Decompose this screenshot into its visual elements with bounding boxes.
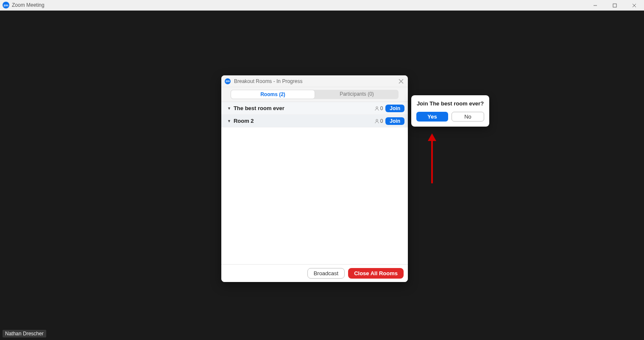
broadcast-button[interactable]: Broadcast: [307, 268, 345, 279]
tab-participants[interactable]: Participants (0): [315, 90, 399, 99]
minimize-button[interactable]: [585, 0, 605, 11]
no-button[interactable]: No: [452, 112, 484, 122]
room-count: 0: [380, 105, 383, 111]
window-titlebar: zm Zoom Meeting: [0, 0, 644, 11]
window-title: Zoom Meeting: [12, 2, 45, 8]
room-row[interactable]: ▼ Room 2 0 Join: [221, 115, 408, 127]
chevron-down-icon[interactable]: ▼: [227, 119, 231, 123]
person-icon: [374, 106, 379, 111]
close-icon[interactable]: [397, 77, 405, 86]
join-button[interactable]: Join: [385, 117, 404, 125]
person-icon: [374, 119, 379, 124]
arrow-annotation-icon: [426, 133, 438, 184]
room-name: The best room ever: [234, 105, 374, 111]
close-all-rooms-button[interactable]: Close All Rooms: [348, 268, 404, 279]
window-controls: [585, 0, 644, 11]
close-window-button[interactable]: [624, 0, 644, 11]
tabs-row: Rooms (2) Participants (0): [221, 87, 408, 102]
tab-rooms[interactable]: Rooms (2): [231, 90, 315, 99]
popover-title: Join The best room ever?: [416, 100, 484, 107]
svg-marker-9: [428, 133, 436, 141]
popover-buttons: Yes No: [416, 112, 484, 122]
rooms-list: ▼ The best room ever 0 Join ▼ Room 2 0 J…: [221, 102, 408, 264]
room-count: 0: [380, 118, 383, 124]
yes-button[interactable]: Yes: [416, 112, 448, 122]
room-row[interactable]: ▼ The best room ever 0 Join: [221, 102, 408, 115]
svg-rect-1: [613, 4, 616, 7]
join-button[interactable]: Join: [385, 105, 404, 112]
tabs: Rooms (2) Participants (0): [231, 90, 399, 99]
zoom-icon: zm: [225, 78, 231, 84]
svg-point-7: [376, 119, 377, 121]
join-confirmation-popover: Join The best room ever? Yes No: [411, 95, 489, 127]
participant-name-label: Nathan Drescher: [3, 330, 46, 337]
chevron-down-icon[interactable]: ▼: [227, 106, 231, 111]
room-name: Room 2: [234, 118, 374, 124]
maximize-button[interactable]: [605, 0, 624, 11]
dialog-footer: Broadcast Close All Rooms: [221, 264, 408, 282]
breakout-rooms-dialog: zm Breakout Rooms - In Progress Rooms (2…: [221, 75, 408, 282]
svg-point-6: [376, 106, 377, 108]
dialog-title: Breakout Rooms - In Progress: [234, 78, 302, 84]
meeting-video-area: Nathan Drescher zm Breakout Rooms - In P…: [0, 11, 644, 340]
zoom-icon: zm: [3, 2, 9, 8]
dialog-header[interactable]: zm Breakout Rooms - In Progress: [221, 75, 408, 87]
